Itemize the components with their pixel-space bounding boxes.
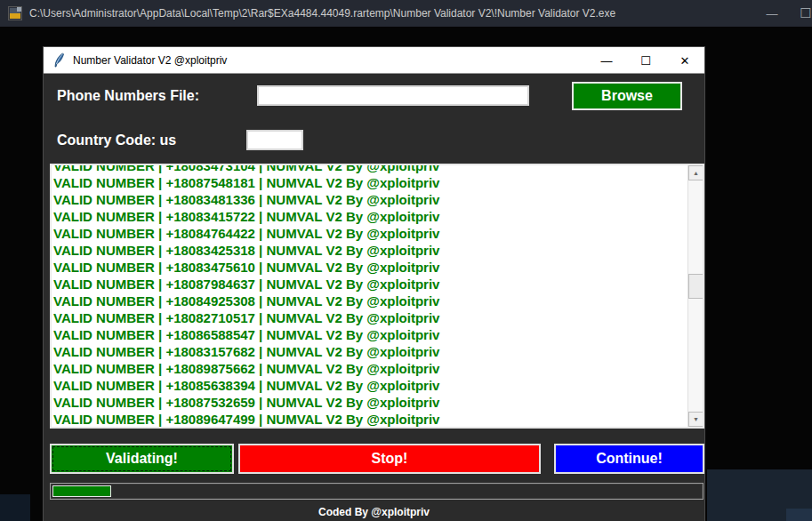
background-window-region: [0, 494, 30, 521]
result-line[interactable]: VALID NUMBER | +18083425318 | NUMVAL V2 …: [53, 242, 686, 259]
phone-numbers-file-input[interactable]: [257, 85, 529, 106]
console-app-icon: [8, 6, 22, 20]
footer-credit: Coded By @xploitpriv: [44, 506, 704, 518]
console-titlebar: C:\Users\Administrator\AppData\Local\Tem…: [0, 0, 812, 27]
console-title-path: C:\Users\Administrator\AppData\Local\Tem…: [29, 7, 615, 20]
result-line[interactable]: VALID NUMBER | +18084925308 | NUMVAL V2 …: [53, 293, 686, 309]
result-line[interactable]: VALID NUMBER | +18083481336 | NUMVAL V2 …: [53, 191, 686, 208]
stop-button[interactable]: Stop!: [238, 444, 541, 474]
result-line[interactable]: VALID NUMBER | +18084764422 | NUMVAL V2 …: [53, 225, 686, 242]
result-line[interactable]: VALID NUMBER | +18087532659 | NUMVAL V2 …: [53, 394, 686, 411]
results-listbox-content: VALID NUMBER | +18083473104 | NUMVAL V2 …: [53, 164, 686, 429]
console-app-icon-part: [10, 13, 20, 19]
result-line[interactable]: VALID NUMBER | +18087984637 | NUMVAL V2 …: [53, 276, 686, 293]
browse-button[interactable]: Browse: [572, 82, 682, 110]
result-line[interactable]: VALID NUMBER | +18089647499 | NUMVAL V2 …: [53, 411, 686, 428]
console-maximize-button[interactable]: ☐: [791, 0, 812, 27]
result-line[interactable]: VALID NUMBER | +18083473104 | NUMVAL V2 …: [53, 164, 686, 174]
console-minimize-button[interactable]: —: [757, 0, 787, 27]
app-close-button[interactable]: ✕: [665, 47, 704, 74]
app-window: Number Validator V2 @xploitpriv — ☐ ✕ Ph…: [43, 46, 705, 521]
result-line[interactable]: VALID NUMBER | +18085638394 | NUMVAL V2 …: [53, 377, 686, 394]
country-code-label: Country Code: us: [57, 132, 176, 148]
result-line[interactable]: VALID NUMBER | +18083475610 | NUMVAL V2 …: [53, 259, 686, 276]
vertical-scrollbar[interactable]: ▲ ▼: [687, 165, 703, 427]
progress-bar: [50, 483, 703, 500]
app-maximize-button[interactable]: ☐: [626, 47, 665, 74]
background-window-region: [786, 509, 812, 521]
phone-numbers-file-label: Phone Numbers File:: [57, 88, 199, 104]
scroll-down-arrow-icon[interactable]: ▼: [688, 412, 703, 427]
scroll-up-arrow-icon[interactable]: ▲: [688, 165, 703, 180]
console-app-icon-part: [17, 7, 21, 12]
result-line[interactable]: VALID NUMBER | +18083415722 | NUMVAL V2 …: [53, 208, 686, 225]
continue-button[interactable]: Continue!: [554, 444, 704, 474]
result-line[interactable]: VALID NUMBER | +18082710517 | NUMVAL V2 …: [53, 309, 686, 326]
progress-bar-fill: [52, 485, 111, 497]
app-window-controls: — ☐ ✕: [587, 47, 704, 74]
python-tk-feather-icon: [52, 52, 65, 68]
app-title: Number Validator V2 @xploitpriv: [73, 54, 227, 67]
scrollbar-thumb[interactable]: [688, 274, 703, 299]
app-minimize-button[interactable]: —: [587, 47, 626, 74]
result-line[interactable]: VALID NUMBER | +18083157682 | NUMVAL V2 …: [53, 343, 686, 360]
validating-button[interactable]: Validating!: [50, 444, 234, 474]
result-line[interactable]: VALID NUMBER | +18089875662 | NUMVAL V2 …: [53, 360, 686, 377]
app-titlebar[interactable]: Number Validator V2 @xploitpriv — ☐ ✕: [44, 47, 704, 74]
app-body: Phone Numbers File: Browse Country Code:…: [44, 74, 704, 521]
results-listbox[interactable]: VALID NUMBER | +18083473104 | NUMVAL V2 …: [50, 164, 704, 429]
result-line[interactable]: VALID NUMBER | +18087548181 | NUMVAL V2 …: [53, 174, 686, 191]
result-line[interactable]: VALID NUMBER | +18086588547 | NUMVAL V2 …: [53, 326, 686, 343]
country-code-input[interactable]: [246, 130, 303, 150]
